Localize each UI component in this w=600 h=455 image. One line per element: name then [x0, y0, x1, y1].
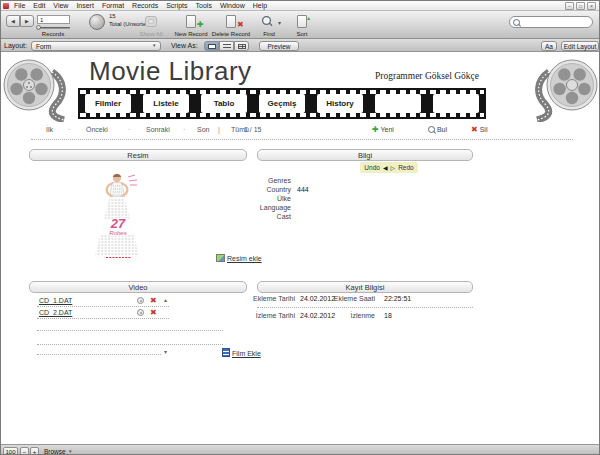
- redo-button[interactable]: Redo: [398, 164, 414, 171]
- tab-listele[interactable]: Listele: [143, 94, 189, 113]
- menu-item-help[interactable]: Help: [253, 2, 267, 9]
- record-slider-thumb[interactable]: [36, 25, 41, 30]
- row-divider: [37, 306, 169, 307]
- show-all-button[interactable]: Show All: [129, 13, 173, 38]
- format-toggle-button[interactable]: Aa: [541, 41, 557, 51]
- nav-prev-link[interactable]: Önceki: [86, 126, 108, 133]
- tab-empty-1[interactable]: [375, 94, 421, 113]
- bottom-status-bar: 100 − + Browse ▾: [1, 444, 600, 455]
- nav-separator: ·: [183, 126, 185, 133]
- record-slider[interactable]: [37, 27, 70, 29]
- field-value-country[interactable]: 444: [297, 186, 309, 193]
- undo-arrow-icon[interactable]: ◀: [383, 164, 388, 171]
- filemaker-window: File Edit View Insert Format Records Scr…: [0, 0, 600, 455]
- menu-item-scripts[interactable]: Scripts: [166, 2, 187, 9]
- nav-separator: ·: [128, 126, 130, 133]
- sort-button[interactable]: ▴ Sort: [286, 13, 318, 38]
- video-item-1[interactable]: CD_1.DAT: [39, 297, 72, 304]
- add-image-link[interactable]: Resim ekle: [216, 254, 262, 262]
- tab-gecmis[interactable]: Geçmiş: [259, 94, 305, 113]
- kayit-value-ekleme-tarihi[interactable]: 24.02.2012: [300, 295, 335, 302]
- movie-poster[interactable]: 27 Robes: [91, 170, 147, 264]
- next-record-button[interactable]: ▶: [20, 15, 34, 27]
- zoom-level-button[interactable]: 100: [3, 447, 18, 455]
- undo-button[interactable]: Undo: [364, 164, 380, 171]
- kayit-value-izlenme[interactable]: 18: [384, 312, 392, 319]
- poster-word: Robes: [109, 230, 126, 236]
- status-toolbar: ◀ ▶ 1 Records 15 Total (Unsorted) Show A…: [1, 11, 600, 39]
- form-view-icon: [208, 44, 216, 49]
- new-record-action[interactable]: ✚ Yeni: [372, 125, 394, 134]
- find-caret-icon[interactable]: ▾: [278, 20, 281, 26]
- programmer-credit: Programmer Göksel Gökçe: [331, 71, 479, 81]
- menu-item-edit[interactable]: Edit: [33, 2, 45, 9]
- tab-filmler[interactable]: Filmler: [85, 94, 131, 113]
- tab-history[interactable]: History: [317, 94, 363, 113]
- menu-item-format[interactable]: Format: [102, 2, 124, 9]
- current-record-field[interactable]: 1: [37, 15, 70, 24]
- delete-action[interactable]: ✖ Sil: [471, 125, 487, 134]
- nav-last-link[interactable]: Son: [197, 126, 209, 133]
- search-icon: [513, 19, 520, 26]
- minimize-button[interactable]: –: [565, 2, 574, 10]
- view-list-button[interactable]: [219, 41, 234, 51]
- nav-separator: ·: [68, 126, 70, 133]
- found-set-pie-icon[interactable]: [89, 14, 105, 30]
- section-header-video: Video: [29, 281, 247, 293]
- zoom-in-button[interactable]: +: [30, 447, 39, 455]
- close-button[interactable]: ×: [587, 2, 596, 10]
- film-reel-right-icon: [525, 54, 599, 122]
- view-table-button[interactable]: [234, 41, 249, 51]
- delete-record-button[interactable]: ✖ Delete Record: [209, 13, 253, 38]
- mode-caret-icon: ▾: [69, 448, 72, 454]
- menu-item-records[interactable]: Records: [132, 2, 158, 9]
- field-label-language: Language: [225, 204, 291, 211]
- previous-record-button[interactable]: ◀: [6, 15, 20, 27]
- find-action-icon: [428, 126, 435, 133]
- menu-item-file[interactable]: File: [14, 2, 25, 9]
- empty-row-divider: [37, 354, 161, 355]
- open-video-1-button[interactable]: [137, 297, 144, 304]
- empty-row-divider: [37, 330, 223, 331]
- view-form-button[interactable]: [204, 41, 219, 51]
- delete-video-2-button[interactable]: ✖: [150, 309, 157, 317]
- open-video-2-button[interactable]: [137, 309, 144, 316]
- record-position: 1 / 15: [244, 126, 262, 133]
- preview-button[interactable]: Preview: [259, 41, 299, 51]
- find-action[interactable]: Bul: [428, 125, 447, 133]
- field-label-ulke: Ülke: [225, 195, 291, 202]
- nav-first-link[interactable]: İlk: [46, 126, 53, 133]
- menu-item-window[interactable]: Window: [220, 2, 245, 9]
- delete-video-1-button[interactable]: ✖: [150, 297, 157, 305]
- page-title: Movie Library: [89, 56, 252, 87]
- menu-item-tools[interactable]: Tools: [196, 2, 212, 9]
- zoom-out-button[interactable]: −: [20, 447, 29, 455]
- add-film-link[interactable]: Film Ekle: [222, 348, 261, 357]
- nav-separator-bar: |: [218, 126, 220, 133]
- new-record-button[interactable]: ✚ New Record: [169, 13, 213, 38]
- section-header-bilgi: Bilgi: [257, 149, 473, 161]
- tab-tablo[interactable]: Tablo: [201, 94, 247, 113]
- mode-selector[interactable]: Browse: [44, 448, 66, 455]
- undo-redo-group: Undo ◀ ▷ Redo: [360, 162, 418, 173]
- scroll-down-icon[interactable]: ▾: [164, 348, 167, 355]
- row-divider: [37, 318, 169, 319]
- kayit-value-izleme-tarihi[interactable]: 24.02.2012: [300, 312, 335, 319]
- video-item-2[interactable]: CD_2.DAT: [39, 309, 72, 316]
- search-input[interactable]: [524, 18, 590, 27]
- edit-layout-button[interactable]: Edit Layout: [561, 41, 599, 51]
- find-button[interactable]: ▾ Find: [251, 13, 287, 38]
- menu-item-insert[interactable]: Insert: [76, 2, 94, 9]
- layout-dropdown[interactable]: Form: [31, 41, 161, 51]
- scroll-up-icon[interactable]: ▴: [164, 296, 167, 303]
- new-record-icon: [186, 15, 196, 28]
- menu-item-view[interactable]: View: [53, 2, 68, 9]
- field-label-country: Country: [225, 186, 291, 193]
- redo-arrow-icon[interactable]: ▷: [391, 164, 396, 171]
- find-icon: [262, 16, 271, 25]
- records-group-label: Records: [25, 31, 81, 37]
- nav-next-link[interactable]: Sonraki: [146, 126, 170, 133]
- kayit-value-ekleme-saati[interactable]: 22:25:51: [384, 295, 411, 302]
- tab-empty-2[interactable]: [433, 94, 479, 113]
- restore-button[interactable]: □: [576, 2, 585, 10]
